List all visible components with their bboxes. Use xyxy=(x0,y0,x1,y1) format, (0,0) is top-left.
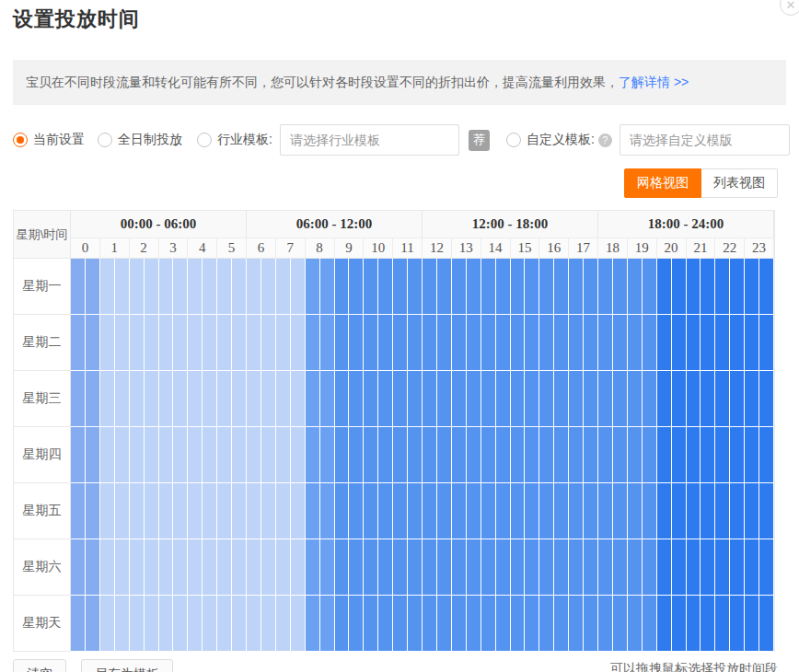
time-slot[interactable] xyxy=(569,259,584,315)
time-slot[interactable] xyxy=(86,427,100,483)
time-slot[interactable] xyxy=(759,427,774,483)
time-slot[interactable] xyxy=(306,483,320,539)
time-slot[interactable] xyxy=(643,596,657,652)
time-slot[interactable] xyxy=(511,371,526,427)
time-slot[interactable] xyxy=(217,539,232,596)
time-slot[interactable] xyxy=(247,483,261,539)
time-slot[interactable] xyxy=(539,259,554,315)
time-slot[interactable] xyxy=(247,315,261,371)
time-slot[interactable] xyxy=(598,315,613,371)
time-slot[interactable] xyxy=(569,427,584,483)
time-slot[interactable] xyxy=(335,427,350,483)
time-slot[interactable] xyxy=(539,596,554,652)
time-slot[interactable] xyxy=(130,427,145,483)
time-slot[interactable] xyxy=(730,483,745,539)
time-slot[interactable] xyxy=(203,427,217,483)
time-slot[interactable] xyxy=(701,371,715,427)
time-slot[interactable] xyxy=(203,371,217,427)
time-slot[interactable] xyxy=(130,539,145,596)
time-slot[interactable] xyxy=(306,315,320,371)
time-slot[interactable] xyxy=(71,596,86,652)
time-slot[interactable] xyxy=(261,483,276,539)
time-slot[interactable] xyxy=(467,371,481,427)
time-slot[interactable] xyxy=(159,315,174,371)
radio-custom-template-icon[interactable] xyxy=(506,133,521,147)
time-slot[interactable] xyxy=(423,539,437,596)
time-slot[interactable] xyxy=(525,371,539,427)
time-slot[interactable] xyxy=(569,539,584,596)
time-slot[interactable] xyxy=(657,259,672,315)
time-slot[interactable] xyxy=(232,371,247,427)
time-slot[interactable] xyxy=(188,259,203,315)
time-slot[interactable] xyxy=(554,315,569,371)
time-slot[interactable] xyxy=(188,596,203,652)
time-slot[interactable] xyxy=(232,539,247,596)
time-slot[interactable] xyxy=(378,483,393,539)
time-slot[interactable] xyxy=(628,539,643,596)
time-slot[interactable] xyxy=(569,596,584,652)
time-slot[interactable] xyxy=(408,596,423,652)
time-slot[interactable] xyxy=(423,483,437,539)
time-slot[interactable] xyxy=(496,371,511,427)
time-slot[interactable] xyxy=(173,371,188,427)
time-slot[interactable] xyxy=(115,539,130,596)
time-slot[interactable] xyxy=(115,596,130,652)
clear-button[interactable]: 清空 xyxy=(13,659,66,672)
time-slot[interactable] xyxy=(598,371,613,427)
time-slot[interactable] xyxy=(525,259,539,315)
time-slot[interactable] xyxy=(598,427,613,483)
time-slot[interactable] xyxy=(408,539,423,596)
time-slot[interactable] xyxy=(378,539,393,596)
time-slot[interactable] xyxy=(349,427,364,483)
time-slot[interactable] xyxy=(320,315,335,371)
time-slot[interactable] xyxy=(467,596,481,652)
time-slot[interactable] xyxy=(437,259,452,315)
time-slot[interactable] xyxy=(467,259,481,315)
time-slot[interactable] xyxy=(613,259,628,315)
time-slot[interactable] xyxy=(672,371,687,427)
time-slot[interactable] xyxy=(759,539,774,596)
time-slot[interactable] xyxy=(173,539,188,596)
time-slot[interactable] xyxy=(349,483,364,539)
time-slot[interactable] xyxy=(173,259,188,315)
time-slot[interactable] xyxy=(628,315,643,371)
time-slot[interactable] xyxy=(364,539,378,596)
time-slot[interactable] xyxy=(291,596,306,652)
radio-industry-template-icon[interactable] xyxy=(197,133,212,147)
time-slot[interactable] xyxy=(437,371,452,427)
time-slot[interactable] xyxy=(481,315,496,371)
time-slot[interactable] xyxy=(745,596,759,652)
time-slot[interactable] xyxy=(291,315,306,371)
time-slot[interactable] xyxy=(525,483,539,539)
time-slot[interactable] xyxy=(335,315,350,371)
time-slot[interactable] xyxy=(378,259,393,315)
time-slot[interactable] xyxy=(598,539,613,596)
time-slot[interactable] xyxy=(364,483,378,539)
time-slot[interactable] xyxy=(584,539,598,596)
time-slot[interactable] xyxy=(539,371,554,427)
time-slot[interactable] xyxy=(364,596,378,652)
time-slot[interactable] xyxy=(261,596,276,652)
time-slot[interactable] xyxy=(496,483,511,539)
time-slot[interactable] xyxy=(261,371,276,427)
time-slot[interactable] xyxy=(335,483,350,539)
time-slot[interactable] xyxy=(643,539,657,596)
time-slot[interactable] xyxy=(701,483,715,539)
time-slot[interactable] xyxy=(159,259,174,315)
time-slot[interactable] xyxy=(657,483,672,539)
learn-more-link[interactable]: 了解详情 >> xyxy=(619,75,689,89)
time-slot[interactable] xyxy=(452,371,467,427)
time-slot[interactable] xyxy=(100,596,115,652)
time-slot[interactable] xyxy=(628,371,643,427)
time-slot[interactable] xyxy=(408,371,423,427)
time-slot[interactable] xyxy=(145,259,159,315)
time-slot[interactable] xyxy=(628,259,643,315)
time-slot[interactable] xyxy=(759,315,774,371)
time-slot[interactable] xyxy=(643,371,657,427)
time-slot[interactable] xyxy=(115,371,130,427)
time-slot[interactable] xyxy=(393,427,408,483)
time-slot[interactable] xyxy=(539,483,554,539)
custom-template-input[interactable] xyxy=(620,124,790,156)
time-slot[interactable] xyxy=(687,596,701,652)
time-slot[interactable] xyxy=(687,371,701,427)
